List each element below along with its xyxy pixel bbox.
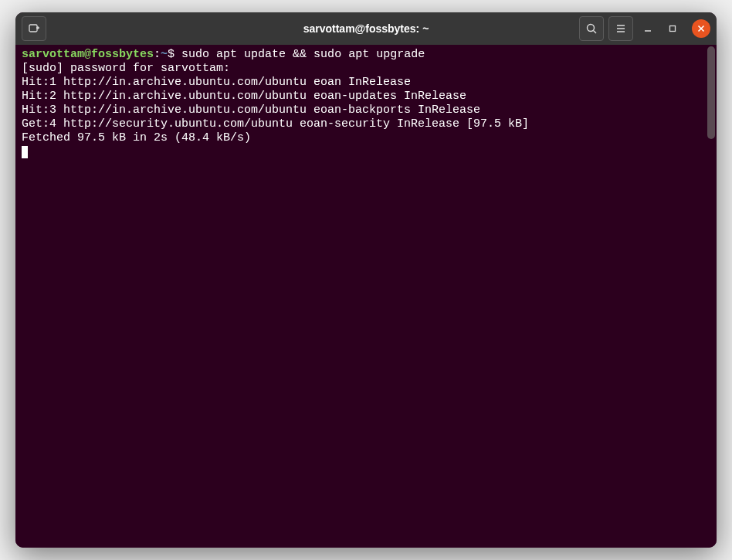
search-icon — [585, 22, 598, 35]
output-line: Fetched 97.5 kB in 2s (48.4 kB/s) — [22, 131, 710, 145]
output-line: Hit:3 http://in.archive.ubuntu.com/ubunt… — [22, 104, 710, 117]
hamburger-icon — [615, 22, 627, 35]
prompt-line: sarvottam@fossbytes:~$ sudo apt update &… — [22, 48, 710, 62]
new-tab-icon — [28, 22, 40, 35]
titlebar-right-controls — [579, 16, 710, 41]
titlebar-left-controls — [22, 16, 46, 41]
output-line: Hit:1 http://in.archive.ubuntu.com/ubunt… — [22, 76, 710, 90]
cursor-icon — [22, 146, 28, 158]
prompt-path: ~ — [161, 48, 168, 61]
minimize-icon — [643, 24, 652, 33]
entered-command: sudo apt update && sudo apt upgrade — [181, 48, 425, 61]
svg-point-3 — [588, 25, 595, 32]
maximize-icon — [668, 24, 677, 33]
command-text: sudo apt update && sudo apt upgrade — [175, 48, 425, 61]
terminal-body[interactable]: sarvottam@fossbytes:~$ sudo apt update &… — [15, 45, 717, 548]
output-line: Get:4 http://security.ubuntu.com/ubuntu … — [22, 117, 710, 131]
output-line: Hit:2 http://in.archive.ubuntu.com/ubunt… — [22, 90, 710, 104]
scrollbar-thumb[interactable] — [707, 46, 715, 139]
prompt-user-host: sarvottam@fossbytes — [22, 48, 154, 61]
svg-rect-9 — [670, 26, 676, 32]
svg-rect-0 — [29, 25, 37, 32]
output-line: [sudo] password for sarvottam: — [22, 62, 710, 76]
new-tab-button[interactable] — [22, 16, 46, 41]
svg-line-4 — [594, 31, 597, 34]
search-button[interactable] — [579, 16, 604, 41]
prompt-separator: : — [154, 48, 161, 61]
terminal-window: sarvottam@fossbytes: ~ — [15, 12, 717, 548]
cursor-line — [22, 145, 710, 159]
close-button[interactable] — [692, 19, 710, 38]
menu-button[interactable] — [608, 16, 633, 41]
titlebar: sarvottam@fossbytes: ~ — [15, 12, 717, 45]
prompt-symbol: $ — [168, 48, 175, 61]
close-icon — [697, 25, 705, 32]
maximize-button[interactable] — [663, 19, 683, 39]
window-title: sarvottam@fossbytes: ~ — [303, 22, 429, 35]
minimize-button[interactable] — [638, 19, 658, 39]
